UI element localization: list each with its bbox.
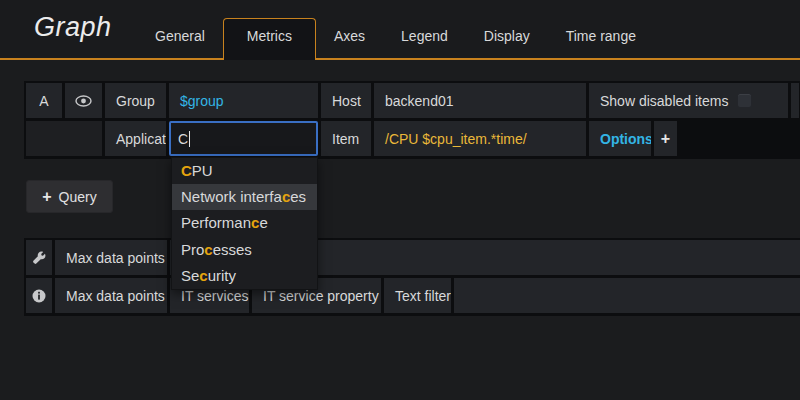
tab-axes[interactable]: Axes [316, 18, 383, 60]
tab-legend[interactable]: Legend [383, 18, 466, 60]
dropdown-item-network-interfaces[interactable]: Network interfaces [172, 184, 317, 210]
tab-metrics[interactable]: Metrics [223, 18, 316, 60]
text-filter-cell[interactable]: Text filter [384, 278, 451, 313]
application-typeahead-dropdown: CPU Network interfaces Performance Proce… [171, 157, 318, 290]
tab-display[interactable]: Display [466, 18, 548, 60]
eye-icon [75, 95, 92, 107]
dropdown-item-performance[interactable]: Performance [172, 210, 317, 236]
application-input-value: C [178, 131, 188, 147]
spacer-cell [26, 121, 102, 156]
plus-icon: + [661, 130, 670, 148]
show-disabled-items-label: Show disabled items [600, 93, 728, 109]
dropdown-item-processes[interactable]: Processes [172, 237, 317, 263]
match-highlight: c [204, 241, 212, 258]
options-row-wrench: Max data points [26, 240, 800, 275]
max-data-points-label: Max data points [55, 278, 167, 313]
dropdown-item-security[interactable]: Security [172, 263, 317, 289]
item-label: Item [321, 121, 371, 156]
add-function-button[interactable]: + [654, 121, 677, 156]
show-disabled-items-checkbox[interactable] [737, 93, 752, 108]
host-value[interactable]: backend01 [374, 83, 586, 118]
show-disabled-items-cell: Show disabled items [589, 83, 788, 118]
match-highlight: c [199, 267, 207, 284]
tab-bar: General Metrics Axes Legend Display Time… [137, 18, 654, 60]
group-value[interactable]: $group [169, 83, 318, 118]
options-row-empty-cell [454, 278, 800, 313]
max-data-points-label: Max data points [55, 240, 167, 275]
query-row-filters: Application C Item /CPU $cpu_item.*time/… [26, 121, 677, 156]
text-caret [189, 131, 190, 147]
editor-header: Graph General Metrics Axes Legend Displa… [0, 0, 800, 60]
wrench-icon [32, 251, 46, 265]
wrench-cell[interactable] [26, 240, 52, 275]
options-button[interactable]: Options [589, 121, 651, 156]
info-icon [32, 289, 46, 303]
match-highlight: C [181, 162, 192, 179]
add-query-button[interactable]: + Query [26, 180, 113, 213]
item-value[interactable]: /CPU $cpu_item.*time/ [374, 121, 586, 156]
graph-editor-panel: Graph General Metrics Axes Legend Displa… [0, 0, 800, 400]
query-letter[interactable]: A [26, 83, 62, 118]
application-input[interactable]: C [169, 121, 318, 156]
dropdown-item-cpu[interactable]: CPU [172, 158, 317, 184]
match-highlight: c [282, 188, 290, 205]
page-title: Graph [34, 12, 112, 43]
host-label: Host [321, 83, 371, 118]
tab-time-range[interactable]: Time range [548, 18, 654, 60]
row-edge-cell [791, 83, 799, 118]
group-label: Group [105, 83, 166, 118]
info-cell[interactable] [26, 278, 52, 313]
eye-toggle[interactable] [65, 83, 102, 118]
add-query-button-label: Query [59, 189, 97, 205]
plus-icon: + [42, 188, 51, 206]
options-row-info: Max data points IT services IT service p… [26, 278, 800, 313]
query-row-a: A Group $group Host backend01 Show disab… [26, 83, 799, 118]
tab-general[interactable]: General [137, 18, 223, 60]
application-label: Application [105, 121, 166, 156]
